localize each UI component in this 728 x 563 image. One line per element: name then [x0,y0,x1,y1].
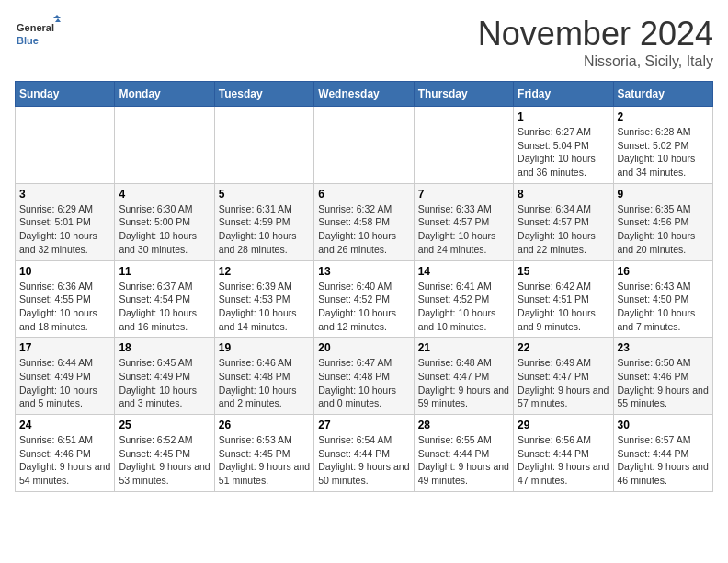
calendar-cell [16,107,115,184]
calendar-cell: 21Sunrise: 6:48 AMSunset: 4:47 PMDayligh… [414,338,513,415]
day-info: Sunrise: 6:49 AMSunset: 4:47 PMDaylight:… [518,356,609,410]
calendar-cell: 9Sunrise: 6:35 AMSunset: 4:56 PMDaylight… [613,183,712,260]
day-number: 11 [119,265,210,278]
calendar-cell: 15Sunrise: 6:42 AMSunset: 4:51 PMDayligh… [514,260,613,338]
day-info: Sunrise: 6:31 AMSunset: 4:59 PMDaylight:… [219,202,310,257]
day-info: Sunrise: 6:30 AMSunset: 5:00 PMDaylight:… [119,202,210,257]
week-row-3: 10Sunrise: 6:36 AMSunset: 4:55 PMDayligh… [16,260,713,338]
day-number: 15 [518,265,609,278]
day-number: 9 [618,188,709,201]
weekday-header-tuesday: Tuesday [214,82,313,107]
day-number: 4 [119,188,210,201]
svg-text:General: General [17,22,54,33]
calendar-cell: 18Sunrise: 6:45 AMSunset: 4:49 PMDayligh… [115,338,214,415]
day-number: 16 [618,265,709,278]
week-row-2: 3Sunrise: 6:29 AMSunset: 5:01 PMDaylight… [16,183,713,260]
day-info: Sunrise: 6:55 AMSunset: 4:44 PMDaylight:… [418,433,509,488]
month-title: November 2024 [478,15,713,53]
day-info: Sunrise: 6:33 AMSunset: 4:57 PMDaylight:… [418,202,509,257]
day-number: 7 [418,188,509,201]
calendar-cell: 22Sunrise: 6:49 AMSunset: 4:47 PMDayligh… [514,338,613,415]
day-info: Sunrise: 6:54 AMSunset: 4:44 PMDaylight:… [318,433,409,488]
weekday-header-friday: Friday [514,82,613,107]
day-info: Sunrise: 6:37 AMSunset: 4:54 PMDaylight:… [119,280,210,334]
calendar-cell: 8Sunrise: 6:34 AMSunset: 4:57 PMDaylight… [514,183,613,260]
day-info: Sunrise: 6:36 AMSunset: 4:55 PMDaylight:… [19,280,110,334]
calendar-cell: 7Sunrise: 6:33 AMSunset: 4:57 PMDaylight… [414,183,513,260]
day-number: 6 [318,188,409,201]
weekday-header-sunday: Sunday [16,82,115,107]
logo-svg: General Blue [15,15,61,52]
logo: General Blue [15,15,61,52]
calendar-cell: 6Sunrise: 6:32 AMSunset: 4:58 PMDaylight… [314,183,414,260]
weekday-header-row: SundayMondayTuesdayWednesdayThursdayFrid… [16,82,713,107]
day-info: Sunrise: 6:48 AMSunset: 4:47 PMDaylight:… [418,356,509,410]
calendar-cell: 26Sunrise: 6:53 AMSunset: 4:45 PMDayligh… [214,415,313,492]
day-number: 17 [19,341,110,354]
calendar-cell: 14Sunrise: 6:41 AMSunset: 4:52 PMDayligh… [414,260,513,338]
day-info: Sunrise: 6:53 AMSunset: 4:45 PMDaylight:… [219,433,310,488]
day-number: 8 [518,188,609,201]
calendar-cell: 25Sunrise: 6:52 AMSunset: 4:45 PMDayligh… [115,415,214,492]
day-number: 19 [219,341,310,354]
calendar-cell: 12Sunrise: 6:39 AMSunset: 4:53 PMDayligh… [214,260,313,338]
day-info: Sunrise: 6:27 AMSunset: 5:04 PMDaylight:… [518,125,609,179]
day-number: 30 [618,419,709,431]
calendar-cell [314,107,414,184]
calendar-cell: 30Sunrise: 6:57 AMSunset: 4:44 PMDayligh… [613,415,712,492]
day-number: 10 [19,265,110,278]
day-number: 22 [518,341,609,354]
day-number: 1 [518,110,609,123]
weekday-header-thursday: Thursday [414,82,513,107]
day-number: 18 [119,341,210,354]
week-row-4: 17Sunrise: 6:44 AMSunset: 4:49 PMDayligh… [16,338,713,415]
calendar-cell: 27Sunrise: 6:54 AMSunset: 4:44 PMDayligh… [314,415,414,492]
weekday-header-wednesday: Wednesday [314,82,414,107]
day-number: 28 [418,419,509,431]
day-info: Sunrise: 6:45 AMSunset: 4:49 PMDaylight:… [119,356,210,410]
calendar-cell: 17Sunrise: 6:44 AMSunset: 4:49 PMDayligh… [16,338,115,415]
day-number: 3 [19,188,110,201]
day-info: Sunrise: 6:51 AMSunset: 4:46 PMDaylight:… [19,433,110,488]
day-info: Sunrise: 6:39 AMSunset: 4:53 PMDaylight:… [219,280,310,334]
calendar-cell: 28Sunrise: 6:55 AMSunset: 4:44 PMDayligh… [414,415,513,492]
day-number: 23 [618,341,709,354]
day-info: Sunrise: 6:47 AMSunset: 4:48 PMDaylight:… [318,356,409,410]
day-number: 25 [119,419,210,431]
day-number: 26 [219,419,310,431]
calendar-cell: 20Sunrise: 6:47 AMSunset: 4:48 PMDayligh… [314,338,414,415]
calendar-table: SundayMondayTuesdayWednesdayThursdayFrid… [15,81,713,492]
calendar-cell: 29Sunrise: 6:56 AMSunset: 4:44 PMDayligh… [514,415,613,492]
day-info: Sunrise: 6:57 AMSunset: 4:44 PMDaylight:… [618,433,709,488]
page-header: General Blue November 2024 Nissoria, Sic… [15,15,713,70]
calendar-cell [115,107,214,184]
svg-text:Blue: Blue [17,35,39,46]
day-number: 12 [219,265,310,278]
weekday-header-monday: Monday [115,82,214,107]
day-number: 20 [318,341,409,354]
day-info: Sunrise: 6:52 AMSunset: 4:45 PMDaylight:… [119,433,210,488]
title-area: November 2024 Nissoria, Sicily, Italy [478,15,713,70]
calendar-cell: 13Sunrise: 6:40 AMSunset: 4:52 PMDayligh… [314,260,414,338]
calendar-cell: 1Sunrise: 6:27 AMSunset: 5:04 PMDaylight… [514,107,613,184]
day-info: Sunrise: 6:44 AMSunset: 4:49 PMDaylight:… [19,356,110,410]
day-info: Sunrise: 6:35 AMSunset: 4:56 PMDaylight:… [618,202,709,257]
calendar-cell: 2Sunrise: 6:28 AMSunset: 5:02 PMDaylight… [613,107,712,184]
calendar-cell: 5Sunrise: 6:31 AMSunset: 4:59 PMDaylight… [214,183,313,260]
day-info: Sunrise: 6:40 AMSunset: 4:52 PMDaylight:… [318,280,409,334]
weekday-header-saturday: Saturday [613,82,712,107]
calendar-cell [214,107,313,184]
day-number: 13 [318,265,409,278]
day-info: Sunrise: 6:50 AMSunset: 4:46 PMDaylight:… [618,356,709,410]
calendar-cell: 23Sunrise: 6:50 AMSunset: 4:46 PMDayligh… [613,338,712,415]
day-info: Sunrise: 6:56 AMSunset: 4:44 PMDaylight:… [518,433,609,488]
calendar-cell: 10Sunrise: 6:36 AMSunset: 4:55 PMDayligh… [16,260,115,338]
svg-rect-0 [15,15,61,52]
day-number: 21 [418,341,509,354]
day-info: Sunrise: 6:32 AMSunset: 4:58 PMDaylight:… [318,202,409,257]
calendar-cell: 4Sunrise: 6:30 AMSunset: 5:00 PMDaylight… [115,183,214,260]
calendar-cell: 3Sunrise: 6:29 AMSunset: 5:01 PMDaylight… [16,183,115,260]
day-number: 27 [318,419,409,431]
calendar-cell: 11Sunrise: 6:37 AMSunset: 4:54 PMDayligh… [115,260,214,338]
calendar-cell: 16Sunrise: 6:43 AMSunset: 4:50 PMDayligh… [613,260,712,338]
